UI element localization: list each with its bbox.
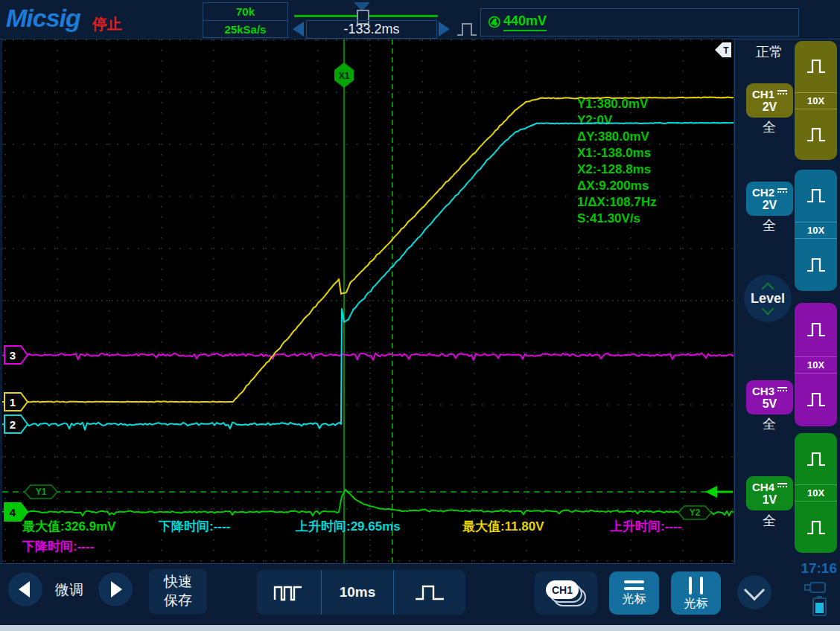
pulse-icon xyxy=(805,449,827,470)
oscilloscope-screen: Micsig 停止 70k 25kSa/s -133.2ms ④ 440mV Y… xyxy=(0,0,840,631)
svg-text:X1: X1 xyxy=(339,71,350,81)
ch2-attenuation-label: 10X xyxy=(795,222,837,239)
ch4-bandwidth-label: 全 xyxy=(745,512,793,530)
acquisition-info-button[interactable]: 70k 25kSa/s xyxy=(203,2,288,38)
timebase-zoom-out-button[interactable] xyxy=(257,570,321,615)
timebase-value[interactable]: 10ms xyxy=(322,570,393,615)
horizontal-cursor-button[interactable]: 光标 xyxy=(609,571,659,615)
sidebar-divider xyxy=(734,39,735,563)
vertical-cursor-button[interactable]: 光标 xyxy=(671,571,721,615)
svg-text:ΔY:380.0mV: ΔY:380.0mV xyxy=(577,129,650,144)
battery-icon xyxy=(810,594,830,618)
chevron-down-icon xyxy=(744,579,765,600)
svg-text:X2:-128.8ms: X2:-128.8ms xyxy=(577,162,651,176)
pulse-icon xyxy=(805,254,827,275)
svg-text:X1:-138.0ms: X1:-138.0ms xyxy=(577,146,651,160)
channel-marker-1 xyxy=(4,393,28,411)
graticule xyxy=(2,39,734,564)
channel-panel-ch2[interactable]: 10X xyxy=(795,170,837,291)
ch1-bandwidth-label: 全 xyxy=(745,118,793,136)
quick-save-button[interactable]: 快速 保存 xyxy=(149,569,207,614)
active-channel-label: CH1 xyxy=(546,580,579,599)
channel-panel-ch3[interactable]: 10X xyxy=(795,303,837,426)
dc-coupling-icon xyxy=(777,90,787,97)
pan-right-arrow-icon[interactable] xyxy=(439,22,450,36)
waveform-canvas: Y1:380.0mVY2:0VΔY:380.0mVX1:-138.0msX2:-… xyxy=(2,39,734,564)
svg-text:Y1: Y1 xyxy=(36,487,47,497)
stacked-channels-icon: CH1 xyxy=(546,579,588,609)
fine-tune-label: 微调 xyxy=(55,580,83,600)
trigger-level-button[interactable]: Level xyxy=(744,275,792,322)
ch2-bandwidth-label: 全 xyxy=(745,217,793,234)
svg-text:上升时间:----: 上升时间:---- xyxy=(609,519,681,534)
dc-coupling-icon xyxy=(777,188,787,196)
pulse-icon xyxy=(805,517,827,538)
svg-text:下降时间:----: 下降时间:---- xyxy=(22,539,94,554)
ch4-scale: 1V xyxy=(763,493,777,507)
ch3-attenuation-label: 10X xyxy=(795,356,837,374)
cursor-button-label: 光标 xyxy=(684,596,708,612)
trigger-level-arrow-head xyxy=(705,486,717,498)
pulse-icon xyxy=(805,389,827,410)
ch4-label: CH4 xyxy=(752,481,774,493)
ch3-label: CH3 xyxy=(752,385,774,397)
dc-coupling-icon xyxy=(777,483,787,490)
ch3-bandwidth-label: 全 xyxy=(745,415,793,433)
channel-button-ch3[interactable]: CH3 5V xyxy=(746,380,793,414)
cursor-button-label: 光标 xyxy=(623,592,646,607)
ch2-scale: 2V xyxy=(763,199,777,212)
timebase-group: 10ms xyxy=(257,570,465,615)
step-right-button[interactable] xyxy=(98,572,133,606)
trigger-source-badge: ④ xyxy=(488,13,501,31)
svg-text:4: 4 xyxy=(10,506,16,519)
screen-edge xyxy=(0,625,840,631)
quick-save-label-line2: 保存 xyxy=(164,592,192,610)
top-bar: Micsig 停止 70k 25kSa/s -133.2ms ④ 440mV xyxy=(0,0,840,39)
trigger-level-value: 440mV xyxy=(503,13,547,31)
ch3-scale: 5V xyxy=(763,397,777,411)
trigger-settings-button[interactable]: ④ 440mV xyxy=(480,8,799,36)
pulse-icon xyxy=(413,581,447,603)
svg-text:下降时间:----: 下降时间:---- xyxy=(158,519,230,534)
svg-text:1: 1 xyxy=(10,396,16,409)
svg-text:上升时间:29.65ms: 上升时间:29.65ms xyxy=(295,519,401,534)
channel-panel-ch1[interactable]: 10X xyxy=(795,41,837,160)
svg-text:T: T xyxy=(723,45,729,56)
clock: 17:16 xyxy=(788,560,837,577)
svg-text:2: 2 xyxy=(10,418,16,431)
waveform-ch3 xyxy=(2,353,734,360)
ch2-label: CH2 xyxy=(752,186,774,199)
active-channel-select-button[interactable]: CH1 xyxy=(535,571,597,615)
pulse-icon xyxy=(805,56,827,77)
plot-bottom-divider xyxy=(0,563,734,564)
timebase-zoom-in-button[interactable] xyxy=(394,570,465,615)
channel-button-ch2[interactable]: CH2 2V xyxy=(746,182,793,216)
horizontal-position-value[interactable]: -133.2ms xyxy=(306,20,437,39)
svg-text:Y2: Y2 xyxy=(690,507,701,518)
pulse-icon xyxy=(805,185,827,206)
svg-text:S:41.30V/s: S:41.30V/s xyxy=(577,211,640,225)
pulse-icon xyxy=(805,124,827,145)
quick-save-label-line1: 快速 xyxy=(164,573,192,592)
channel-panel-ch4[interactable]: 10X xyxy=(795,433,837,553)
ch1-attenuation-label: 10X xyxy=(795,92,837,109)
svg-text:最大值:11.80V: 最大值:11.80V xyxy=(462,519,544,534)
ch1-label: CH1 xyxy=(752,88,774,100)
waveform-display-area[interactable]: Y1:380.0mVY2:0VΔY:380.0mVX1:-138.0msX2:-… xyxy=(2,39,734,564)
waveform-ch4 xyxy=(2,490,734,516)
dc-coupling-icon xyxy=(777,387,787,394)
channel-button-ch4[interactable]: CH4 1V xyxy=(746,476,793,510)
step-left-button[interactable] xyxy=(8,572,42,606)
right-arrow-icon xyxy=(111,581,122,598)
pan-left-arrow-icon[interactable] xyxy=(293,22,304,36)
horizontal-cursor-icon xyxy=(624,580,644,590)
channel-marker-3 xyxy=(4,346,28,364)
trigger-edge-icon xyxy=(456,20,478,38)
channel-button-ch1[interactable]: CH1 2V xyxy=(746,83,793,118)
trigger-mode-label: 正常 xyxy=(745,43,793,61)
run-state-badge: 停止 xyxy=(92,14,122,34)
svg-text:3: 3 xyxy=(10,349,16,362)
svg-text:Y2:0V: Y2:0V xyxy=(577,113,613,127)
collapse-menu-button[interactable] xyxy=(737,575,771,609)
svg-text:ΔX:9.200ms: ΔX:9.200ms xyxy=(577,179,649,193)
